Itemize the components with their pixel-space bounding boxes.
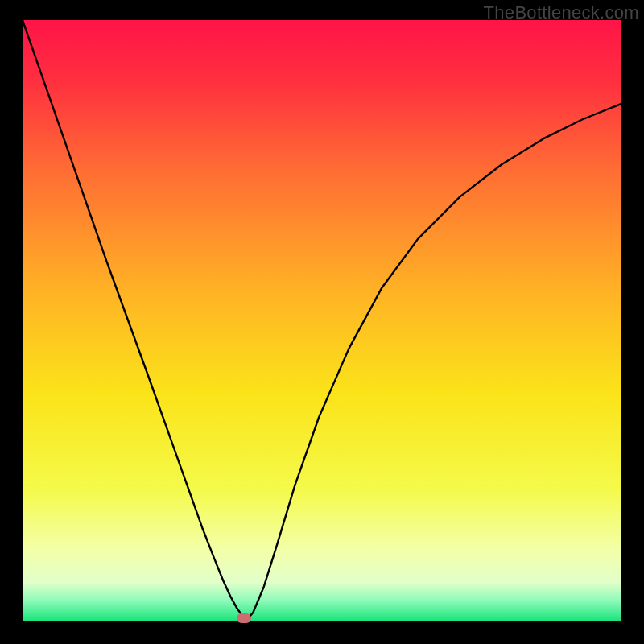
plot-area [23, 20, 621, 621]
watermark-label: TheBottleneck.com [484, 2, 639, 23]
optimal-point-marker [237, 613, 251, 623]
bottleneck-curve [23, 20, 621, 621]
